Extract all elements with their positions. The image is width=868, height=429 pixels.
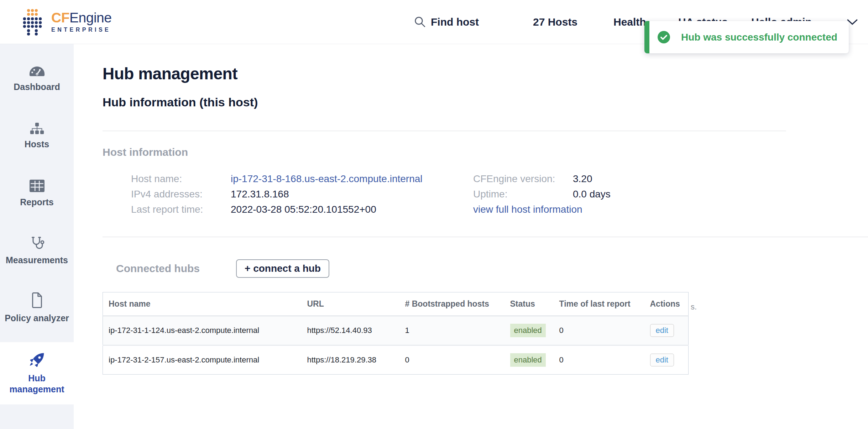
nav-health[interactable]: Health (613, 16, 646, 28)
table-icon (30, 180, 45, 192)
col-actions: Actions (644, 292, 689, 316)
col-bootstrapped-hosts: # Bootstrapped hosts (399, 292, 504, 316)
table-row: ip-172-31-1-124.us-east-2.compute.intern… (103, 316, 689, 345)
divider (103, 237, 868, 237)
cell-bootstrapped: 0 (399, 345, 504, 375)
host-name-label: Host name: (131, 171, 231, 186)
cell-host-name: ip-172-31-1-124.us-east-2.compute.intern… (103, 316, 302, 345)
sidebar-item-label: Hub management (0, 373, 74, 395)
search-icon (414, 16, 426, 28)
nav-find-host[interactable]: Find host (414, 16, 479, 28)
document-icon (31, 292, 43, 308)
edit-button[interactable]: edit (650, 354, 674, 366)
toast-message: Hub was successfully connected (681, 32, 837, 43)
col-url: URL (302, 292, 399, 316)
stray-text-fragment: s. (691, 302, 697, 312)
sidebar-item-policy-analyzer[interactable]: Policy analyzer (0, 280, 74, 337)
table-header-row: Host name URL # Bootstrapped hosts Statu… (103, 292, 689, 316)
host-information-heading: Host information (103, 146, 868, 158)
connected-hubs-section: Connected hubs + connect a hub Host name… (103, 259, 868, 375)
dashboard-gauge-icon (29, 66, 45, 77)
nav-hosts-count[interactable]: 27 Hosts (533, 16, 577, 28)
edit-button[interactable]: edit (650, 324, 674, 337)
cell-last-report: 0 (554, 316, 644, 345)
brand-text: CFEngine ENTERPRISE (51, 11, 111, 33)
brand-engine: Engine (69, 10, 111, 25)
sidebar-item-hosts[interactable]: Hosts (0, 108, 74, 165)
version-value: 3.20 (573, 171, 592, 186)
cfengine-logo[interactable]: CFEngine ENTERPRISE (20, 8, 111, 36)
ipv4-value: 172.31.8.168 (231, 186, 289, 202)
connect-a-hub-button[interactable]: + connect a hub (236, 259, 329, 278)
divider (103, 131, 786, 131)
status-badge: enabled (510, 324, 546, 337)
version-label: CFEngine version: (473, 171, 573, 186)
sidebar-item-hub-management[interactable]: Hub management (0, 342, 74, 404)
sidebar-item-dashboard[interactable]: Dashboard (0, 51, 74, 108)
uptime-value: 0.0 days (573, 186, 611, 202)
check-circle-icon (657, 31, 670, 44)
connected-hubs-table: Host name URL # Bootstrapped hosts Statu… (103, 292, 689, 375)
last-report-value: 2022-03-28 05:52:20.101552+00 (231, 202, 376, 217)
status-badge: enabled (510, 353, 546, 367)
host-name-link[interactable]: ip-172-31-8-168.us-east-2.compute.intern… (231, 171, 423, 186)
cell-url: https://18.219.29.38 (302, 345, 399, 375)
nav-find-host-label: Find host (431, 16, 479, 28)
cell-host-name: ip-172-31-2-157.us-east-2.compute.intern… (103, 345, 302, 375)
col-host-name: Host name (103, 292, 302, 316)
sidebar-item-label: Hosts (23, 139, 51, 150)
connected-hubs-heading: Connected hubs (116, 263, 200, 275)
sidebar-item-label: Dashboard (12, 81, 62, 92)
connected-hubs-table-wrap: Host name URL # Bootstrapped hosts Statu… (103, 292, 868, 375)
main-content: Hub management Hub information (this hos… (74, 44, 868, 429)
page-subtitle: Hub information (this host) (103, 95, 868, 109)
col-time-of-last-report: Time of last report (554, 292, 644, 316)
col-status: Status (504, 292, 554, 316)
toast-accent-bar (644, 21, 649, 53)
cfengine-robot-icon (20, 8, 45, 36)
success-toast: Hub was successfully connected (644, 21, 849, 53)
sitemap-icon (29, 123, 45, 134)
page-title: Hub management (103, 64, 868, 83)
brand-cf: CF (51, 10, 69, 25)
rocket-icon (29, 352, 45, 368)
cell-bootstrapped: 1 (399, 316, 504, 345)
table-row: ip-172-31-2-157.us-east-2.compute.intern… (103, 345, 689, 375)
cell-url: https://52.14.40.93 (302, 316, 399, 345)
sidebar-item-reports[interactable]: Reports (0, 165, 74, 222)
brand-subtitle: ENTERPRISE (51, 27, 111, 33)
sidebar-item-measurements[interactable]: Measurements (0, 222, 74, 280)
last-report-label: Last report time: (131, 202, 231, 217)
host-information-section: Host information Host name: ip-172-31-8-… (103, 146, 868, 217)
host-info-right-column: CFEngine version: 3.20 Uptime: 0.0 days … (473, 171, 611, 217)
sidebar-item-label: Policy analyzer (3, 313, 70, 324)
sidebar-item-label: Reports (19, 197, 55, 208)
sidebar: Dashboard Hosts Reports (0, 44, 74, 429)
view-full-host-information-link[interactable]: view full host information (473, 202, 582, 217)
host-information-grid: Host name: ip-172-31-8-168.us-east-2.com… (103, 171, 868, 217)
stethoscope-icon (29, 236, 45, 250)
cell-last-report: 0 (554, 345, 644, 375)
sidebar-item-label: Measurements (4, 255, 69, 266)
uptime-label: Uptime: (473, 186, 573, 202)
host-info-left-column: Host name: ip-172-31-8-168.us-east-2.com… (131, 171, 473, 217)
ipv4-label: IPv4 addresses: (131, 186, 231, 202)
